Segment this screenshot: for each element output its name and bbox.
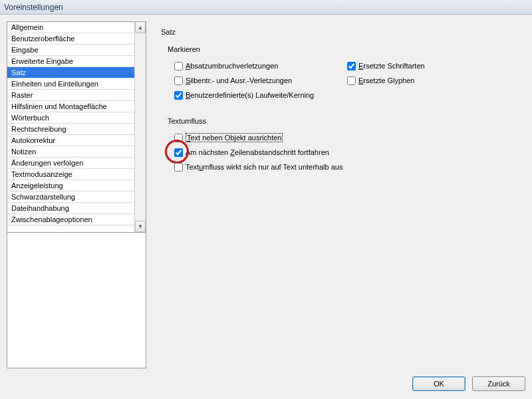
checkbox-ersetzte-glyphen[interactable]: Ersetzte Glyphen [347,73,520,88]
checkbox-ersetzte-schriftarten[interactable]: Ersetzte Schriftarten [347,59,520,73]
checkbox-silbentr-label: Silbentr.- und Ausr.-Verletzungen [186,76,292,84]
list-item[interactable]: Allgemein [7,22,134,33]
list-item[interactable]: Satz [7,67,134,78]
checkbox-ersetzte-glyphen-input[interactable] [347,76,356,85]
checkbox-absatzumbruch-input[interactable] [174,62,183,70]
list-item[interactable]: Änderungen verfolgen [7,158,134,169]
scroll-up-button[interactable]: ▲ [135,22,146,33]
list-item[interactable]: Eingabe [7,45,134,56]
checkbox-textumfluss-unterhalb[interactable]: Textumfluss wirkt sich nur auf Text unte… [174,160,520,174]
group-textumfluss: Textumfluss Text neben Objekt ausrichten… [168,117,520,174]
checkbox-absatzumbruch[interactable]: Absatzumbruchverletzungen [174,59,347,73]
dialog-footer: OK Zurück [0,372,532,399]
list-item[interactable]: Benutzeroberfläche [7,33,134,45]
category-listbox[interactable]: AllgemeinBenutzeroberflächeEingabeErweit… [7,21,146,233]
list-item[interactable]: Schwarzdarstellung [7,192,134,203]
settings-panel: Satz Markieren Absatzumbruchverletzungen [146,21,532,368]
checkbox-benutzer-kerning-label: Benutzerdefinierte(s) Laufweite/Kerning [186,91,314,99]
checkbox-ersetzte-schriftarten-label: Ersetzte Schriftarten [358,62,425,70]
list-item[interactable]: Anzeigeleistung [7,180,134,192]
checkbox-silbentr[interactable]: Silbentr.- und Ausr.-Verletzungen [174,73,347,88]
list-item[interactable]: Rechtschreibung [7,124,134,135]
checkbox-benutzer-kerning-input[interactable] [174,91,183,100]
checkbox-text-neben-objekt[interactable]: Text neben Objekt ausrichten [174,130,520,145]
description-box [7,232,146,368]
checkbox-text-neben-objekt-label: Text neben Objekt ausrichten [186,133,283,142]
list-item[interactable]: Zwischenablageoptionen [7,214,134,225]
list-item[interactable]: Einheiten und Einteilungen [7,78,134,90]
checkbox-ersetzte-glyphen-label: Ersetzte Glyphen [358,76,414,84]
listbox-scrollbar[interactable]: ▲ ▼ [134,22,146,232]
checkbox-naechster-zeilenabstand[interactable]: Am nächsten Zeilenabstandschritt fortfah… [174,145,520,160]
list-item[interactable]: Wörterbuch [7,112,134,124]
sidebar: AllgemeinBenutzeroberflächeEingabeErweit… [7,21,146,368]
group-label-textumfluss: Textumfluss [168,117,520,125]
list-item[interactable]: Autokorrektur [7,135,134,146]
list-item[interactable]: Erweiterte Eingabe [7,56,134,67]
list-item[interactable]: Hilfslinien und Montagefläche [7,101,134,112]
checkbox-benutzer-kerning[interactable]: Benutzerdefinierte(s) Laufweite/Kerning [174,88,520,102]
list-item[interactable]: Textmodusanzeige [7,169,134,180]
checkbox-textumfluss-unterhalb-input[interactable] [174,163,183,172]
checkbox-naechster-zeilenabstand-label: Am nächsten Zeilenabstandschritt fortfah… [186,148,329,156]
group-markieren: Markieren Absatzumbruchverletzungen [168,45,520,102]
content-area: AllgemeinBenutzeroberflächeEingabeErweit… [0,15,532,372]
window-title: Voreinstellungen [4,3,63,12]
titlebar: Voreinstellungen [0,0,532,15]
list-item[interactable]: Dateihandhabung [7,203,134,214]
preferences-window: Voreinstellungen AllgemeinBenutzeroberfl… [0,0,532,399]
checkbox-text-neben-objekt-input[interactable] [174,134,183,142]
back-button[interactable]: Zurück [472,376,525,391]
checkbox-ersetzte-schriftarten-input[interactable] [347,62,356,70]
group-label-markieren: Markieren [168,45,520,53]
checkbox-textumfluss-unterhalb-label: Textumfluss wirkt sich nur auf Text unte… [186,163,342,171]
checkbox-naechster-zeilenabstand-input[interactable] [174,148,183,157]
checkbox-silbentr-input[interactable] [174,76,183,85]
scroll-down-button[interactable]: ▼ [135,221,146,232]
checkbox-absatzumbruch-label: Absatzumbruchverletzungen [186,62,278,70]
list-item[interactable]: Raster [7,90,134,101]
panel-title: Satz [161,28,520,36]
list-item[interactable]: Notizen [7,146,134,158]
ok-button[interactable]: OK [412,376,466,391]
